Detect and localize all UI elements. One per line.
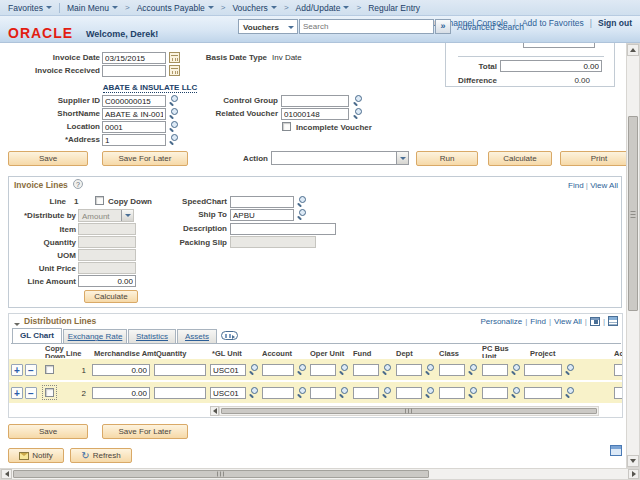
refresh-button[interactable]: ↻ Refresh <box>70 448 132 463</box>
invoice-received-input[interactable] <box>102 65 166 77</box>
row-copy-down-checkbox[interactable] <box>45 365 54 376</box>
horizontal-scrollbar-track[interactable] <box>0 468 640 480</box>
calendar-icon[interactable] <box>169 65 180 76</box>
control-group-lookup-icon[interactable] <box>352 94 363 106</box>
gl-unit-lookup-icon[interactable] <box>248 386 259 398</box>
copy-down-checkbox[interactable] <box>95 196 104 207</box>
fund-input[interactable] <box>353 387 379 399</box>
class-lookup-icon[interactable] <box>467 363 478 375</box>
speedchart-lookup-icon[interactable] <box>296 195 307 207</box>
incomplete-voucher-checkbox[interactable] <box>282 122 291 133</box>
breadcrumb-accounts-payable[interactable]: Accounts Payable <box>137 3 214 13</box>
scroll-up-button[interactable] <box>627 44 639 56</box>
ship-to-input[interactable] <box>230 209 294 221</box>
address-input[interactable] <box>102 134 166 146</box>
advanced-search-link[interactable]: Advanced Search <box>457 22 524 32</box>
row-copy-down-checkbox[interactable] <box>42 385 57 400</box>
control-group-input[interactable] <box>281 95 349 107</box>
view-all-link[interactable]: View All <box>554 317 582 326</box>
breadcrumb-main-menu[interactable]: Main Menu <box>67 3 118 13</box>
class-input[interactable] <box>439 387 465 399</box>
related-voucher-input[interactable] <box>281 108 349 120</box>
line-amount-input[interactable] <box>78 275 136 287</box>
grid-scroll-left-button[interactable] <box>210 406 219 416</box>
address-lookup-icon[interactable] <box>168 133 179 145</box>
speedchart-input[interactable] <box>230 196 294 208</box>
tab-gl-chart[interactable]: GL Chart <box>12 328 62 343</box>
ship-to-lookup-icon[interactable] <box>296 208 307 220</box>
dept-input[interactable] <box>396 387 422 399</box>
collapse-triangle-icon[interactable] <box>14 319 20 328</box>
save-for-later-button[interactable]: Save For Later <box>102 151 188 166</box>
account-input[interactable] <box>262 387 294 399</box>
supplier-name-link[interactable]: ABATE & INSULATE LLC <box>103 83 197 93</box>
find-link[interactable]: Find <box>530 317 546 326</box>
merchandise-amt-input[interactable] <box>92 364 150 376</box>
gl-unit-lookup-icon[interactable] <box>248 363 259 375</box>
activity-input[interactable] <box>614 364 623 376</box>
class-lookup-icon[interactable] <box>467 386 478 398</box>
calculate-button[interactable]: Calculate <box>488 151 552 166</box>
delete-row-button[interactable]: − <box>25 364 37 376</box>
gl-unit-input[interactable] <box>210 387 246 399</box>
vertical-scrollbar-track[interactable] <box>626 43 640 468</box>
dept-lookup-icon[interactable] <box>424 363 435 375</box>
find-link[interactable]: Find <box>568 181 584 190</box>
fund-lookup-icon[interactable] <box>381 386 392 398</box>
pc-bus-unit-lookup-icon[interactable] <box>510 386 521 398</box>
tab-statistics[interactable]: Statistics <box>128 329 176 343</box>
shortname-input[interactable] <box>102 108 166 120</box>
project-lookup-icon[interactable] <box>564 363 575 375</box>
pc-bus-unit-lookup-icon[interactable] <box>510 363 521 375</box>
scroll-right-button[interactable] <box>628 469 639 479</box>
action-select-button[interactable] <box>396 152 408 164</box>
action-select[interactable] <box>271 151 409 165</box>
tab-exchange-rate[interactable]: Exchange Rate <box>63 329 127 343</box>
pc-bus-unit-input[interactable] <box>482 364 508 376</box>
location-lookup-icon[interactable] <box>168 120 179 132</box>
dept-lookup-icon[interactable] <box>424 386 435 398</box>
breadcrumb-vouchers[interactable]: Vouchers <box>232 3 276 13</box>
search-input[interactable] <box>299 19 434 34</box>
search-scope-select[interactable]: Vouchers <box>238 19 298 34</box>
grid-scrollbar-track[interactable] <box>219 406 599 416</box>
save-button[interactable]: Save <box>8 151 88 166</box>
gl-unit-input[interactable] <box>210 364 246 376</box>
add-row-button[interactable]: + <box>11 387 23 399</box>
view-all-link[interactable]: View All <box>590 181 618 190</box>
oper-unit-lookup-icon[interactable] <box>338 363 349 375</box>
search-go-button[interactable]: » <box>435 19 451 34</box>
add-to-favorites-link[interactable]: Add to Favorites <box>522 18 584 28</box>
location-input[interactable] <box>102 121 166 133</box>
oper-unit-lookup-icon[interactable] <box>338 386 349 398</box>
footer-save-button[interactable]: Save <box>8 424 88 439</box>
account-lookup-icon[interactable] <box>296 363 307 375</box>
account-lookup-icon[interactable] <box>296 386 307 398</box>
grid-scrollbar-thumb[interactable] <box>221 408 597 414</box>
oper-unit-input[interactable] <box>310 387 336 399</box>
pc-bus-unit-input[interactable] <box>482 387 508 399</box>
supplier-id-input[interactable] <box>102 95 166 107</box>
horizontal-scrollbar-thumb[interactable] <box>13 470 429 478</box>
sign-out-link[interactable]: Sign out <box>598 18 632 28</box>
description-input[interactable] <box>230 223 336 235</box>
popup-window-icon[interactable] <box>610 445 622 456</box>
account-input[interactable] <box>262 364 294 376</box>
project-input[interactable] <box>524 387 562 399</box>
fund-input[interactable] <box>353 364 379 376</box>
add-row-button[interactable]: + <box>11 364 23 376</box>
activity-input[interactable] <box>614 387 623 399</box>
class-input[interactable] <box>439 364 465 376</box>
breadcrumb-regular-entry[interactable]: Regular Entry <box>368 3 420 13</box>
vertical-scrollbar-thumb[interactable] <box>628 116 638 311</box>
tab-assets[interactable]: Assets <box>177 329 217 343</box>
fund-lookup-icon[interactable] <box>381 363 392 375</box>
dept-input[interactable] <box>396 364 422 376</box>
zoom-grid-icon[interactable] <box>590 317 600 326</box>
breadcrumb-favorites[interactable]: Favorites <box>8 3 52 13</box>
personalize-link[interactable]: Personalize <box>480 317 522 326</box>
project-lookup-icon[interactable] <box>564 386 575 398</box>
run-button[interactable]: Run <box>416 151 478 166</box>
total-input[interactable] <box>500 60 602 72</box>
delete-row-button[interactable]: − <box>25 387 37 399</box>
